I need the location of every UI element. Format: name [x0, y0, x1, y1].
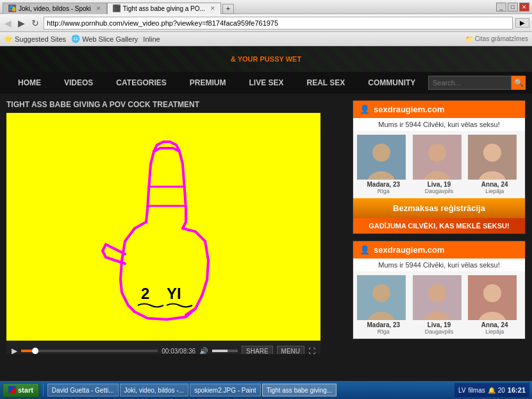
tab-2-close[interactable]: ✕ [210, 5, 215, 12]
top-banner: & YOUR PUSSY WET [0, 46, 532, 72]
nav-categories[interactable]: CATEGORIES [104, 72, 178, 94]
ad-block-2: 👤 sexdraugiem.com Mums ir 5944 Cilvēki, … [353, 241, 526, 339]
share-button[interactable]: SHARE [242, 346, 272, 355]
tab-2-label: Tight ass babe giving a PO... [123, 5, 205, 12]
bookmark-suggested-sites[interactable]: ⭐ Suggested Sites [4, 35, 66, 43]
address-bar[interactable] [44, 17, 513, 30]
bookmark-icon: ⭐ [4, 35, 13, 43]
taskbar-items: David Guetta - Getti... Joki, video, bil… [47, 384, 452, 396]
refresh-button[interactable]: ↻ [29, 18, 41, 28]
tab-1[interactable]: 🎭 Joki, video, bildos - Spoki ✕ [3, 3, 107, 14]
time-display: 00:03/08:36 [162, 348, 195, 355]
video-title: TIGHT ASS BABE GIVING A POV COCK TREATME… [6, 100, 346, 109]
menu-button[interactable]: MENU [277, 346, 304, 355]
ad-1-profile-3[interactable]: Anna, 24 Liepāja [468, 135, 521, 194]
progress-thumb [32, 348, 38, 354]
taskbar: start David Guetta - Getti... Joki, vide… [0, 381, 532, 399]
search-button[interactable]: 🔍 [511, 76, 526, 90]
ad-1-profile-1-name: Madara, 23 [357, 181, 410, 188]
windows-flag-icon [8, 386, 16, 394]
minimize-button[interactable]: _ [496, 3, 506, 12]
nav-real-sex[interactable]: REAL SEX [295, 72, 357, 94]
volume-fill [212, 350, 228, 352]
search-container: 🔍 [428, 76, 526, 90]
volume-icon[interactable]: 🔊 [199, 347, 208, 355]
svg-point-15 [428, 284, 446, 302]
ad-2-profile-3[interactable]: Anna, 24 Liepāja [468, 275, 521, 335]
svg-point-9 [483, 144, 501, 162]
play-button[interactable]: ▶ [12, 346, 17, 354]
maximize-button[interactable]: □ [508, 3, 518, 12]
window-controls: _ □ ✕ [496, 3, 529, 12]
ad-2-profile-3-city: Liepāja [468, 328, 521, 335]
taskbar-item-4-label: Tight ass babe giving... [267, 387, 332, 394]
fullscreen-button[interactable]: ⛶ [308, 347, 315, 354]
ad-1-profile-1-city: Rīga [357, 188, 410, 194]
ad-2-profile-2[interactable]: Liva, 19 Daugavpils [413, 275, 466, 335]
ad-2-site: sexdraugiem.com [374, 245, 445, 255]
nav-premium[interactable]: PREMIUM [178, 72, 238, 94]
new-tab-button[interactable]: + [222, 4, 234, 14]
tab-2[interactable]: 🎥 Tight ass babe giving a PO... ✕ [107, 3, 221, 14]
ad-block-1: 👤 sexdraugiem.com Mums ir 5944 Cilvēki, … [353, 100, 526, 234]
taskbar-item-1[interactable]: David Guetta - Getti... [47, 384, 119, 396]
bookmarks-folder[interactable]: 📁 Citas grāmatzīmes [465, 35, 528, 42]
svg-text:YI: YI [167, 285, 181, 302]
main-navigation: HOME VIDEOS CATEGORIES PREMIUM LIVE SEX … [0, 72, 532, 94]
tab-1-label: Joki, video, bildos - Spoki [19, 5, 91, 12]
folder-label: Citas grāmatzīmes [475, 35, 528, 42]
ad-1-profile-2[interactable]: Liva, 19 Daugavpils [413, 135, 466, 194]
bookmark-label-2: Web Slice Gallery [82, 35, 138, 43]
bookmark-web-slice[interactable]: 🌐 Web Slice Gallery [71, 35, 138, 43]
search-input[interactable] [428, 76, 511, 90]
ad-1-header[interactable]: 👤 sexdraugiem.com [353, 101, 525, 118]
tray-notification-count: 20 [498, 387, 505, 394]
taskbar-item-2[interactable]: Joki, video, bildos -... [120, 384, 188, 396]
nav-live-sex[interactable]: LIVE SEX [237, 72, 295, 94]
nav-community[interactable]: COMMUNITY [356, 72, 427, 94]
tray-text: filmas [469, 387, 485, 394]
tab-favicon-1: 🎭 [8, 4, 16, 12]
back-button[interactable]: ◀ [3, 18, 13, 28]
main-layout: TIGHT ASS BABE GIVING A POV COCK TREATME… [0, 94, 532, 354]
folder-icon: 📁 [465, 35, 473, 42]
close-button[interactable]: ✕ [519, 3, 529, 12]
bookmarks-bar: ⭐ Suggested Sites 🌐 Web Slice Gallery In… [0, 32, 532, 46]
ad-1-register-button[interactable]: Bezmaksas reģistrācija [353, 198, 525, 218]
tab-favicon-2: 🎥 [113, 4, 121, 12]
ad-1-site: sexdraugiem.com [374, 105, 445, 114]
video-player[interactable]: 2 YI [6, 113, 320, 341]
ad-2-profile-1[interactable]: Madara, 23 Rīga [357, 275, 410, 335]
title-bar: 🎭 Joki, video, bildos - Spoki ✕ 🎥 Tight … [0, 0, 532, 14]
ad-1-subtitle: Mums ir 5944 Cilvēki, kuri vēlas seksu! [353, 118, 525, 131]
bookmark-inline[interactable]: Inline [143, 35, 160, 43]
progress-fill [21, 350, 32, 352]
nav-videos[interactable]: VIDEOS [53, 72, 104, 94]
ad-2-profile-2-city: Daugavpils [413, 328, 466, 335]
taskbar-tray: LV filmas 🔔 20 16:21 [454, 383, 529, 397]
ad-1-profile-3-city: Liepāja [468, 188, 521, 194]
progress-bar[interactable] [21, 350, 158, 352]
tab-1-close[interactable]: ✕ [96, 5, 101, 12]
svg-point-3 [372, 144, 390, 162]
go-button[interactable]: ▶ [515, 18, 529, 28]
nav-bar: ◀ ▶ ↻ ▶ [0, 14, 532, 32]
svg-text:2: 2 [141, 285, 149, 302]
banner-decoration [0, 46, 532, 72]
ad-2-profile-1-city: Rīga [357, 328, 410, 335]
ad-2-subtitle: Mums ir 5944 Cilvēki, kuri vēlas seksu! [353, 259, 525, 271]
svg-point-18 [483, 284, 501, 302]
ad-2-profile-3-name: Anna, 24 [468, 321, 521, 328]
ad-1-cta: GADĪJUMA CILVĒKI, KAS MEKLĒ SEKSU! [353, 218, 525, 233]
ad-1-profile-1[interactable]: Madara, 23 Rīga [357, 135, 410, 194]
start-button[interactable]: start [3, 383, 39, 397]
volume-bar[interactable] [212, 350, 238, 352]
ad-2-header[interactable]: 👤 sexdraugiem.com [353, 241, 525, 259]
ad-1-user-icon: 👤 [360, 105, 370, 114]
forward-button[interactable]: ▶ [16, 18, 27, 28]
nav-home[interactable]: HOME [6, 72, 53, 94]
page-content: & YOUR PUSSY WET HOME VIDEOS CATEGORIES … [0, 46, 532, 354]
taskbar-item-4[interactable]: Tight ass babe giving... [262, 384, 337, 396]
taskbar-item-3[interactable]: spokiem2.JPG - Paint [190, 384, 261, 396]
ad-1-profile-2-name: Liva, 19 [413, 181, 466, 188]
